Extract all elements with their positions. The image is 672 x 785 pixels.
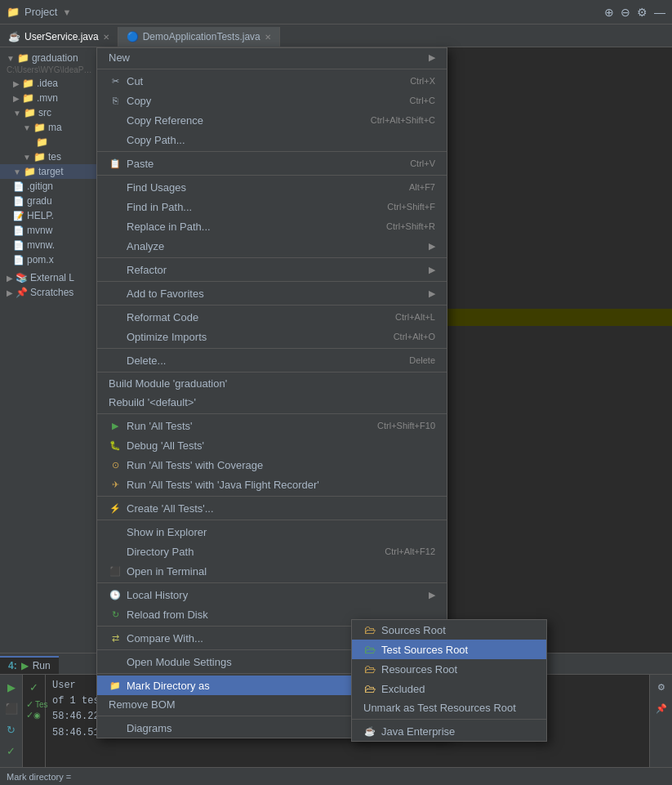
submenu-sources-label: Sources Root (381, 624, 446, 636)
folder-idea: 📁 (22, 78, 34, 89)
tree-item-gitignore[interactable]: 📄 .gitign (0, 179, 97, 194)
tree-item-src[interactable]: ▼ 📁 src (0, 105, 97, 120)
menu-copy-ref-label: Copy Reference (127, 114, 203, 127)
menu-run-coverage[interactable]: ⊙ Run 'All Tests' with Coverage (97, 455, 447, 475)
menu-reformat-shortcut: Ctrl+Alt+L (379, 312, 435, 322)
menu-analyze[interactable]: Analyze ▶ (97, 236, 447, 256)
menu-refactor[interactable]: Refactor ▶ (97, 260, 447, 279)
menu-cut[interactable]: ✂ Cut Ctrl+X (97, 71, 447, 91)
toolbar-minimize-icon[interactable]: — (654, 6, 665, 19)
project-path: C:\Users\WYG\IdeaProjects\graduat... (0, 65, 97, 76)
menu-new[interactable]: New ▶ (97, 48, 447, 67)
separator-8 (97, 372, 447, 372)
menu-optimize-imports[interactable]: Optimize Imports Ctrl+Alt+O (97, 327, 447, 346)
tree-item-mvnw2[interactable]: 📄 mvnw. (0, 238, 97, 252)
tree-item-mvnw1[interactable]: 📄 mvnw (0, 223, 97, 238)
file-help: 📝 (13, 211, 24, 221)
menu-cut-label: Cut (127, 75, 143, 87)
tree-item-mvn[interactable]: ▶ 📁 .mvn (0, 91, 97, 105)
test-check-btn[interactable]: ✓ (25, 678, 43, 696)
toolbar-add-icon[interactable]: ⊕ (604, 6, 614, 19)
menu-add-favorites[interactable]: Add to Favorites ▶ (97, 283, 447, 303)
test-icon: ✓ (26, 699, 33, 710)
tree-item-target[interactable]: ▼ 📁 target (0, 164, 97, 179)
find-usages-icon (109, 181, 122, 194)
ide-background: 📁 Project ▼ ⊕ ⊖ ⚙ — ☕ UserService.java ✕… (0, 0, 672, 785)
menu-find-in-path[interactable]: Find in Path... Ctrl+Shift+F (97, 197, 447, 216)
tree-item-idea[interactable]: ▶ 📁 .idea (0, 76, 97, 91)
tree-item-sub1[interactable]: 📁 (0, 135, 97, 149)
menu-run-tests[interactable]: ▶ Run 'All Tests' Ctrl+Shift+F10 (97, 416, 447, 435)
menu-replace-in-path[interactable]: Replace in Path... Ctrl+Shift+R (97, 216, 447, 236)
toolbar-title: Project (24, 6, 57, 18)
menu-debug-tests[interactable]: 🐛 Debug 'All Tests' (97, 435, 447, 455)
menu-local-history[interactable]: 🕒 Local History ▶ (97, 585, 447, 604)
menu-open-terminal[interactable]: ⬛ Open in Terminal (97, 561, 447, 581)
status-bar: Mark directory = (0, 767, 672, 785)
tree-item-external[interactable]: ▶ 📚 External L (0, 270, 97, 285)
tree-arrow-graduation: ▼ (7, 54, 15, 63)
check-btn[interactable]: ✓ (2, 742, 20, 760)
tree-item-ma[interactable]: ▼ 📁 ma (0, 120, 97, 135)
tab-userservice[interactable]: ☕ UserService.java ✕ (0, 27, 118, 47)
test-sub-label: ✓ ◉ (23, 710, 45, 720)
tree-item-tes[interactable]: ▼ 📁 tes (0, 149, 97, 164)
submenu-sources-root[interactable]: 🗁 Sources Root (352, 620, 546, 640)
excluded-icon: 🗁 (363, 682, 376, 695)
test-results-sidebar: ✓ ✓ Tes ✓ ◉ (23, 675, 46, 767)
copy-icon: ⎘ (109, 94, 122, 107)
favorites-icon (109, 287, 122, 300)
sources-root-icon: 🗁 (363, 623, 376, 636)
submenu-resources-label: Resources Root (381, 663, 457, 676)
stop-btn[interactable]: ⬛ (2, 699, 20, 717)
submenu-excluded[interactable]: 🗁 Excluded (352, 679, 546, 698)
rerun-btn[interactable]: ↻ (2, 720, 20, 738)
menu-copy-reference[interactable]: Copy Reference Ctrl+Alt+Shift+C (97, 110, 447, 130)
menu-copy-path[interactable]: Copy Path... (97, 130, 447, 149)
submenu-java-enterprise[interactable]: ☕ Java Enterprise (352, 721, 546, 741)
test-label: ✓ Tes (23, 699, 45, 710)
pin-side-btn[interactable]: 📌 (652, 699, 670, 717)
label-tes: tes (48, 151, 61, 163)
menu-reformat[interactable]: Reformat Code Ctrl+Alt+L (97, 307, 447, 327)
menu-paste[interactable]: 📋 Paste Ctrl+V (97, 154, 447, 173)
menu-find-usages-shortcut: Alt+F7 (393, 182, 435, 192)
menu-directory-path[interactable]: Directory Path Ctrl+Alt+F12 (97, 542, 447, 561)
analyze-icon (109, 239, 122, 252)
toolbar-settings-icon[interactable]: ⚙ (637, 6, 648, 19)
menu-delete[interactable]: Delete... Delete (97, 350, 447, 370)
settings-side-btn[interactable]: ⚙ (652, 678, 670, 696)
menu-show-explorer[interactable]: Show in Explorer (97, 522, 447, 542)
submenu-separator (352, 719, 546, 720)
submenu-unmark-test-resources[interactable]: Unmark as Test Resources Root (352, 698, 546, 717)
toolbar-dropdown-icon[interactable]: ▼ (62, 7, 71, 17)
run-btn[interactable]: ▶ (2, 678, 20, 696)
resources-root-icon: 🗁 (363, 662, 376, 676)
menu-build-module[interactable]: Build Module 'graduation' (97, 374, 447, 393)
run-tab[interactable]: 4: ▶ Run (0, 656, 59, 674)
tree-item-pom[interactable]: 📄 pom.x (0, 252, 97, 267)
tab-close2-icon[interactable]: ✕ (265, 33, 271, 42)
tree-item-help[interactable]: 📝 HELP. (0, 208, 97, 223)
menu-find-usages[interactable]: Find Usages Alt+F7 (97, 177, 447, 197)
tab-close-icon[interactable]: ✕ (103, 33, 109, 42)
submenu-test-sources-root[interactable]: 🗁 Test Sources Root (352, 640, 546, 659)
toolbar-collapse-icon[interactable]: ⊖ (621, 6, 630, 19)
folder-mvn: 📁 (22, 92, 34, 104)
run-icon-tab: ▶ (21, 660, 29, 671)
tab-demoapplication[interactable]: 🔵 DemoApplicationTests.java ✕ (118, 27, 280, 47)
menu-run-flight[interactable]: ✈ Run 'All Tests' with 'Java Flight Reco… (97, 475, 447, 494)
menu-dir-path-shortcut: Ctrl+Alt+F12 (368, 546, 435, 556)
submenu-resources-root[interactable]: 🗁 Resources Root (352, 659, 546, 679)
separator-2 (97, 151, 447, 152)
tree-item-scratches[interactable]: ▶ 📌 Scratches (0, 285, 97, 300)
diagrams-icon (109, 721, 122, 734)
tree-item-gradu[interactable]: 📄 gradu (0, 194, 97, 208)
tree-item-graduation[interactable]: ▼ 📁 graduation (0, 51, 97, 65)
label-src: src (38, 107, 51, 118)
menu-rebuild[interactable]: Rebuild '<default>' (97, 393, 447, 412)
separator-6 (97, 305, 447, 306)
menu-create-tests[interactable]: ⚡ Create 'All Tests'... (97, 498, 447, 518)
test-sources-icon: 🗁 (363, 643, 376, 656)
menu-copy[interactable]: ⎘ Copy Ctrl+C (97, 91, 447, 110)
